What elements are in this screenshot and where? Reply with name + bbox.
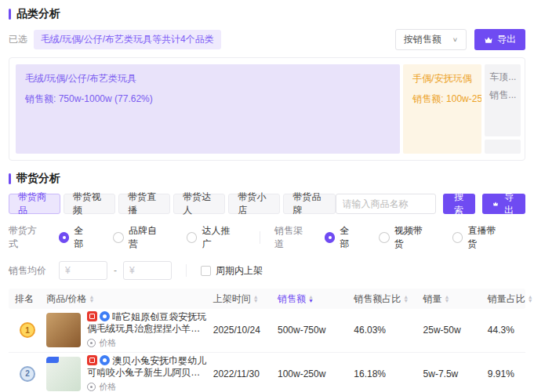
tab-promoted-videos[interactable]: 带货视频	[64, 194, 115, 214]
product-cell: 喵它姐原创豆袋安抚玩偶毛绒玩具治愈捏捏小羊公仔可爱哈士奇... 价格	[46, 311, 207, 349]
sort-icon: ▲▼	[403, 295, 409, 303]
col-sales-share[interactable]: 销售额占比▲▼	[351, 289, 420, 309]
category-controls: 按销售额 ∨ 导出	[395, 29, 525, 50]
table-row[interactable]: 1 喵它姐原创豆袋安抚玩偶毛绒玩具治愈捏捏小羊公仔可爱哈士奇... 价格 202…	[9, 309, 525, 352]
product-title[interactable]: 喵它姐原创豆袋安抚玩偶毛绒玩具治愈捏捏小羊公仔可爱哈士奇...	[87, 311, 207, 335]
sales-share: 46.03%	[351, 309, 420, 352]
treemap-block-plush-toys[interactable]: 毛绒/玩偶/公仔/布艺类玩具 销售额: 750w-1000w (77.62%)	[16, 64, 400, 154]
channel-filter-label: 销售渠道	[274, 224, 312, 251]
sort-by-value: 按销售额	[404, 33, 441, 46]
promotion-section-title: 带货分析	[16, 172, 60, 186]
sort-icon: ▲▼	[445, 295, 450, 303]
price-filter-row: 销售均价 - 周期内上架	[9, 261, 525, 280]
selected-label: 已选	[9, 33, 27, 46]
tab-promoted-influencers[interactable]: 带货达人	[173, 194, 225, 214]
sort-icon: ▲▼	[528, 295, 533, 303]
product-cell: 澳贝小兔安抚巾婴幼儿可啃咬小兔子新生儿阿贝贝安抚豆袋玩偶... 价格	[46, 355, 207, 392]
view-price-toggle[interactable]: 价格	[87, 381, 207, 392]
radio-selected-icon	[325, 232, 336, 243]
price-max-input[interactable]	[123, 261, 172, 280]
promotion-section-header: 带货分析	[9, 171, 525, 187]
treemap-block-name: 手偶/安抚玩偶	[412, 72, 472, 85]
sales-share: 16.18%	[351, 352, 420, 392]
radio-selected-icon	[59, 232, 70, 243]
sort-by-dropdown[interactable]: 按销售额 ∨	[395, 29, 467, 50]
treemap-block-name: 车顶...	[489, 71, 516, 84]
volume: 5w-7.5w	[420, 352, 485, 392]
col-sales-amount[interactable]: 销售额▲▼	[274, 289, 351, 309]
export-button-label: 导出	[497, 33, 516, 46]
method-filter-label: 带货方式	[9, 224, 46, 251]
view-price-icon	[87, 339, 96, 347]
sales-amount: 100w-250w	[274, 352, 351, 392]
shop-badge-icon	[87, 355, 97, 365]
selected-category-tag[interactable]: 毛绒/玩偶/公仔/布艺类玩具等共计4个品类	[34, 30, 221, 49]
channel-radio-all[interactable]: 全部	[325, 224, 359, 251]
tab-promoted-products[interactable]: 带货商品	[9, 194, 60, 214]
product-title[interactable]: 澳贝小兔安抚巾婴幼儿可啃咬小兔子新生儿阿贝贝安抚豆袋玩偶...	[87, 355, 207, 379]
avg-price-label: 销售均价	[9, 264, 46, 278]
category-section-header: 品类分析	[9, 6, 525, 22]
tab-promoted-livestreams[interactable]: 带货直播	[118, 194, 170, 214]
crown-icon	[484, 35, 493, 45]
rank-silver-medal-icon: 2	[20, 366, 35, 382]
method-channel-filter-row: 带货方式 全部 品牌自营 达人推广 销售渠道 全部 视频带货	[9, 224, 525, 251]
sort-icon: ▲▼	[253, 295, 259, 303]
category-analysis-section: 品类分析 已选 毛绒/玩偶/公仔/布艺类玩具等共计4个品类 按销售额 ∨ 导出 …	[9, 6, 525, 161]
sort-icon: ▲▼	[89, 295, 94, 303]
product-info: 喵它姐原创豆袋安抚玩偶毛绒玩具治愈捏捏小羊公仔可爱哈士奇... 价格	[87, 311, 207, 349]
radio-label: 品牌自营	[129, 224, 166, 251]
radio-label: 全部	[74, 224, 93, 251]
method-radio-brand-owned[interactable]: 品牌自营	[113, 224, 165, 251]
treemap-block-hand-puppets[interactable]: 手偶/安抚玩偶 销售额: 100w-250w (1...	[403, 64, 481, 154]
listing-date: 2022/11/30	[210, 352, 274, 392]
export-button[interactable]: 导出	[482, 194, 525, 214]
promotion-tabs: 带货商品 带货视频 带货直播 带货达人 带货小店 带货品牌	[9, 194, 336, 214]
channel-radio-livestream[interactable]: 直播带货	[452, 224, 505, 251]
treemap-block-other[interactable]	[485, 140, 521, 154]
radio-icon	[452, 232, 463, 243]
search-button[interactable]: 搜索	[443, 194, 475, 214]
col-product-price[interactable]: 商品/价格▲▼	[43, 289, 210, 309]
promotion-analysis-section: 带货分析 带货商品 带货视频 带货直播 带货达人 带货小店 带货品牌 搜索 导出	[9, 171, 525, 392]
product-search-input[interactable]	[336, 194, 436, 214]
treemap-block-car-roof[interactable]: 车顶... 销售...	[485, 64, 521, 136]
radio-label: 全部	[340, 224, 358, 251]
channel-radio-video[interactable]: 视频带货	[379, 224, 431, 251]
treemap-block-value: 销售额: 100w-250w (1...	[412, 93, 472, 106]
volume-share: 44.3%	[485, 309, 525, 352]
radio-icon	[379, 232, 390, 243]
checkbox-icon	[201, 266, 211, 276]
view-price-icon	[87, 383, 96, 391]
category-treemap: 毛绒/玩偶/公仔/布艺类玩具 销售额: 750w-1000w (77.62%) …	[9, 57, 525, 161]
treemap-gray-column: 车顶... 销售...	[485, 64, 521, 154]
product-thumbnail[interactable]	[46, 357, 81, 391]
radio-label: 达人推广	[202, 224, 239, 251]
influencer-badge-icon	[100, 355, 110, 365]
view-price-toggle[interactable]: 价格	[87, 337, 207, 349]
radio-label: 直播带货	[467, 224, 505, 251]
export-button-label: 导出	[503, 191, 515, 217]
tab-promoted-brands[interactable]: 带货品牌	[283, 194, 335, 214]
col-volume[interactable]: 销量▲▼	[420, 289, 485, 309]
search-button-label: 搜索	[453, 191, 465, 217]
volume-share: 9.91%	[485, 352, 525, 392]
product-thumbnail[interactable]	[46, 313, 81, 347]
price-min-input[interactable]	[59, 261, 107, 280]
rank-gold-medal-icon: 1	[20, 322, 35, 338]
category-filter-row: 已选 毛绒/玩偶/公仔/布艺类玩具等共计4个品类 按销售额 ∨ 导出	[9, 29, 525, 50]
page-title: 品类分析	[16, 7, 60, 21]
method-radio-influencer[interactable]: 达人推广	[187, 224, 239, 251]
table-row[interactable]: 2 澳贝小兔安抚巾婴幼儿可啃咬小兔子新生儿阿贝贝安抚豆袋玩偶... 价格 202…	[9, 352, 525, 392]
method-radio-all[interactable]: 全部	[59, 224, 93, 251]
tab-promoted-shops[interactable]: 带货小店	[228, 194, 280, 214]
radio-icon	[187, 232, 198, 243]
section-accent-bar	[9, 173, 11, 184]
treemap-block-value: 销售额: 750w-1000w (77.62%)	[25, 93, 391, 106]
col-volume-share[interactable]: 销量占比▲▼	[485, 289, 525, 309]
sales-amount: 500w-750w	[274, 309, 351, 352]
col-listing-date[interactable]: 上架时间▲▼	[210, 289, 274, 309]
vertical-divider	[186, 264, 187, 277]
export-button[interactable]: 导出	[474, 29, 525, 50]
onshelf-in-period-checkbox[interactable]: 周期内上架	[201, 264, 263, 278]
